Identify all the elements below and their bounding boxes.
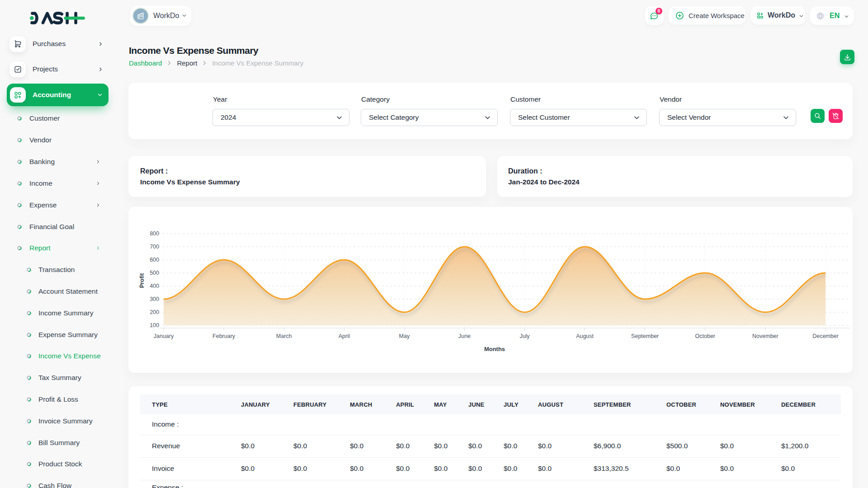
- svg-text:100: 100: [150, 322, 159, 328]
- svg-text:800: 800: [150, 230, 159, 237]
- svg-text:July: July: [519, 333, 530, 339]
- svg-text:Months: Months: [484, 346, 505, 352]
- svg-text:200: 200: [150, 309, 159, 315]
- svg-text:October: October: [695, 333, 715, 339]
- svg-text:August: August: [576, 333, 594, 339]
- svg-text:February: February: [212, 333, 236, 339]
- svg-text:400: 400: [150, 283, 159, 289]
- svg-text:December: December: [812, 333, 839, 339]
- svg-text:May: May: [399, 333, 410, 339]
- svg-text:600: 600: [150, 257, 159, 263]
- svg-text:January: January: [154, 333, 174, 339]
- svg-text:November: November: [752, 333, 778, 339]
- svg-text:300: 300: [150, 296, 159, 302]
- svg-text:April: April: [339, 333, 350, 339]
- svg-text:September: September: [631, 333, 659, 339]
- svg-text:500: 500: [150, 270, 159, 276]
- svg-text:700: 700: [150, 244, 159, 250]
- svg-text:March: March: [276, 333, 292, 339]
- svg-text:Profit: Profit: [139, 273, 145, 288]
- svg-text:June: June: [458, 333, 471, 339]
